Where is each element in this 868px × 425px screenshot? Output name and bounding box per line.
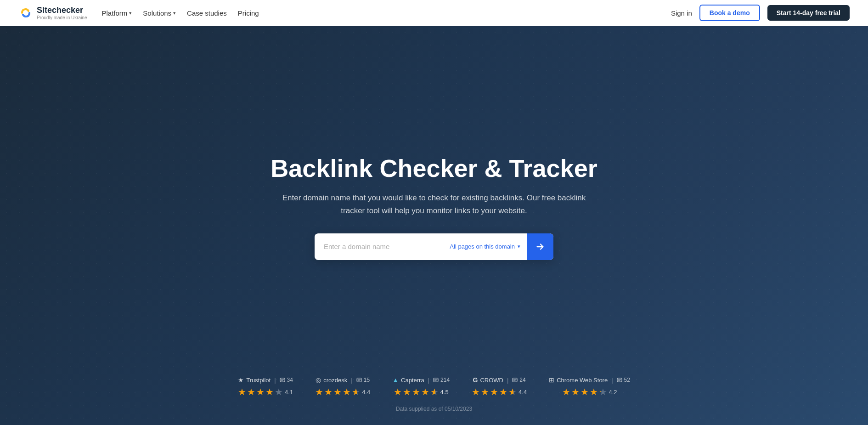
hero-subtitle: Enter domain name that you would like to… — [278, 192, 590, 216]
svg-rect-3 — [513, 378, 517, 382]
logo-icon — [18, 6, 33, 20]
chrome-icon: ⊞ — [549, 376, 554, 384]
nav-solutions[interactable]: Solutions ▾ — [143, 9, 176, 17]
svg-rect-4 — [617, 378, 622, 382]
brand-tagline: Proudly made in Ukraine — [37, 15, 87, 20]
crozdesk-icon: ◎ — [316, 376, 321, 384]
search-box: All pages on this domain ▾ — [315, 233, 553, 260]
search-submit-button[interactable] — [527, 233, 553, 260]
review-icon — [617, 377, 622, 383]
rating-trustpilot: ★ Trustpilot | 34 ★ ★ ★ ★ ★ 4.1 — [238, 376, 293, 397]
review-icon — [433, 377, 439, 383]
ratings-row: ★ Trustpilot | 34 ★ ★ ★ ★ ★ 4.1 — [238, 376, 630, 397]
hero-section: Backlink Checker & Tracker Enter domain … — [0, 0, 868, 425]
hero-content: Backlink Checker & Tracker Enter domain … — [227, 154, 641, 260]
signin-link[interactable]: Sign in — [671, 9, 692, 17]
domain-search-input[interactable] — [315, 243, 443, 250]
rating-chrome: ⊞ Chrome Web Store | 52 ★ ★ ★ ★ ★ 4.2 — [549, 376, 630, 397]
brand-name: Sitechecker — [37, 6, 87, 15]
review-icon — [512, 377, 518, 383]
svg-rect-1 — [357, 378, 361, 382]
nav-case-studies[interactable]: Case studies — [187, 9, 227, 17]
nav-platform[interactable]: Platform ▾ — [102, 9, 132, 17]
review-icon — [280, 377, 285, 383]
rating-capterra: ▲ Capterra | 214 ★ ★ ★ ★ ★ 4.5 — [392, 376, 450, 397]
svg-rect-2 — [434, 378, 438, 382]
hero-title: Backlink Checker & Tracker — [271, 154, 597, 182]
data-supplied-text: Data supplied as of 05/10/2023 — [396, 406, 472, 412]
review-icon — [356, 377, 362, 383]
nav-left: Sitechecker Proudly made in Ukraine Plat… — [18, 6, 259, 20]
capterra-icon: ▲ — [392, 376, 399, 384]
rating-crozdesk: ◎ crozdesk | 15 ★ ★ ★ ★ ★ 4.4 — [315, 376, 370, 397]
logo[interactable]: Sitechecker Proudly made in Ukraine — [18, 6, 87, 20]
nav-right: Sign in Book a demo Start 14-day free tr… — [671, 5, 850, 21]
chevron-down-icon: ▾ — [129, 10, 132, 16]
start-trial-button[interactable]: Start 14-day free trial — [767, 5, 850, 21]
chevron-down-icon: ▾ — [518, 244, 520, 249]
navigation: Sitechecker Proudly made in Ukraine Plat… — [0, 0, 868, 26]
logo-text: Sitechecker Proudly made in Ukraine — [37, 6, 87, 20]
nav-links: Platform ▾ Solutions ▾ Case studies Pric… — [102, 9, 259, 17]
gcrowd-icon: G — [473, 376, 478, 384]
search-filter-button[interactable]: All pages on this domain ▾ — [443, 243, 527, 250]
chevron-down-icon: ▾ — [173, 10, 176, 16]
arrow-right-icon — [535, 242, 545, 252]
nav-pricing[interactable]: Pricing — [238, 9, 259, 17]
book-demo-button[interactable]: Book a demo — [699, 5, 760, 21]
trustpilot-icon: ★ — [238, 376, 244, 384]
svg-rect-0 — [280, 378, 285, 382]
rating-gcrowd: G CROWD | 24 ★ ★ ★ ★ ★ 4.4 — [472, 376, 527, 397]
